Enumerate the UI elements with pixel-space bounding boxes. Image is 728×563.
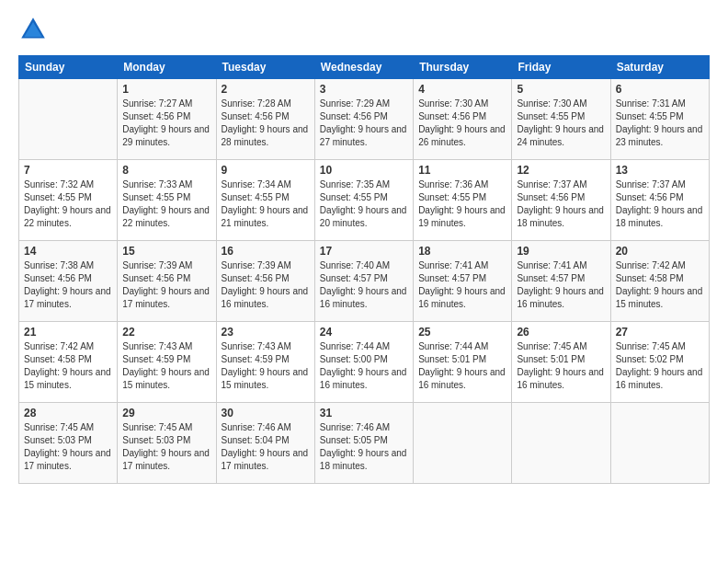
day-info: Sunrise: 7:42 AMSunset: 4:58 PMDaylight:… (24, 340, 112, 392)
day-cell: 18Sunrise: 7:41 AMSunset: 4:57 PMDayligh… (414, 241, 512, 322)
day-number: 28 (24, 407, 112, 419)
day-cell: 6Sunrise: 7:31 AMSunset: 4:55 PMDaylight… (610, 79, 709, 160)
week-row-2: 7Sunrise: 7:32 AMSunset: 4:55 PMDaylight… (19, 160, 710, 241)
day-number: 30 (222, 407, 310, 419)
day-info: Sunrise: 7:39 AMSunset: 4:56 PMDaylight:… (222, 259, 310, 311)
day-number: 18 (418, 245, 506, 258)
day-info: Sunrise: 7:34 AMSunset: 4:55 PMDaylight:… (222, 178, 310, 230)
day-number: 5 (517, 83, 605, 96)
day-info: Sunrise: 7:46 AMSunset: 5:05 PMDaylight:… (320, 421, 408, 473)
day-info: Sunrise: 7:39 AMSunset: 4:56 PMDaylight:… (122, 259, 210, 311)
day-info: Sunrise: 7:35 AMSunset: 4:55 PMDaylight:… (320, 178, 408, 230)
week-row-1: 1Sunrise: 7:27 AMSunset: 4:56 PMDaylight… (19, 79, 710, 160)
day-info: Sunrise: 7:43 AMSunset: 4:59 PMDaylight:… (222, 340, 310, 392)
day-number: 26 (517, 326, 605, 339)
day-cell: 14Sunrise: 7:38 AMSunset: 4:56 PMDayligh… (19, 241, 118, 322)
day-info: Sunrise: 7:44 AMSunset: 5:01 PMDaylight:… (418, 340, 506, 392)
day-cell: 26Sunrise: 7:45 AMSunset: 5:01 PMDayligh… (512, 322, 610, 403)
day-number: 10 (320, 164, 408, 177)
day-header-saturday: Saturday (610, 56, 709, 79)
day-cell: 19Sunrise: 7:41 AMSunset: 4:57 PMDayligh… (512, 241, 610, 322)
week-row-4: 21Sunrise: 7:42 AMSunset: 4:58 PMDayligh… (19, 322, 710, 403)
calendar: SundayMondayTuesdayWednesdayThursdayFrid… (18, 55, 710, 484)
day-header-tuesday: Tuesday (216, 56, 314, 79)
day-cell: 21Sunrise: 7:42 AMSunset: 4:58 PMDayligh… (19, 322, 118, 403)
day-number: 7 (24, 164, 112, 177)
day-info: Sunrise: 7:38 AMSunset: 4:56 PMDaylight:… (24, 259, 112, 311)
day-number: 25 (418, 326, 506, 339)
day-number: 11 (418, 164, 506, 177)
day-info: Sunrise: 7:27 AMSunset: 4:56 PMDaylight:… (122, 98, 210, 149)
day-info: Sunrise: 7:45 AMSunset: 5:03 PMDaylight:… (24, 421, 112, 473)
logo (18, 15, 51, 44)
header (18, 15, 710, 44)
day-number: 13 (616, 164, 704, 177)
day-number: 27 (616, 326, 704, 339)
day-info: Sunrise: 7:36 AMSunset: 4:55 PMDaylight:… (418, 178, 506, 230)
day-cell: 25Sunrise: 7:44 AMSunset: 5:01 PMDayligh… (414, 322, 512, 403)
day-cell: 7Sunrise: 7:32 AMSunset: 4:55 PMDaylight… (19, 160, 118, 241)
week-row-5: 28Sunrise: 7:45 AMSunset: 5:03 PMDayligh… (19, 403, 710, 484)
day-cell: 16Sunrise: 7:39 AMSunset: 4:56 PMDayligh… (216, 241, 314, 322)
day-info: Sunrise: 7:29 AMSunset: 4:56 PMDaylight:… (320, 98, 408, 149)
day-info: Sunrise: 7:30 AMSunset: 4:55 PMDaylight:… (517, 98, 605, 149)
day-cell: 29Sunrise: 7:45 AMSunset: 5:03 PMDayligh… (118, 403, 216, 484)
day-cell (414, 403, 512, 484)
day-cell (610, 403, 709, 484)
day-cell: 10Sunrise: 7:35 AMSunset: 4:55 PMDayligh… (314, 160, 413, 241)
day-number: 24 (320, 326, 408, 339)
calendar-body: 1Sunrise: 7:27 AMSunset: 4:56 PMDaylight… (19, 79, 710, 484)
day-info: Sunrise: 7:28 AMSunset: 4:56 PMDaylight:… (222, 98, 310, 149)
day-number: 1 (122, 83, 210, 96)
day-header-wednesday: Wednesday (314, 56, 413, 79)
day-number: 15 (122, 245, 210, 258)
logo-icon (18, 15, 48, 44)
day-info: Sunrise: 7:33 AMSunset: 4:55 PMDaylight:… (122, 178, 210, 230)
day-cell: 31Sunrise: 7:46 AMSunset: 5:05 PMDayligh… (314, 403, 413, 484)
page: SundayMondayTuesdayWednesdayThursdayFrid… (0, 0, 728, 563)
day-cell: 8Sunrise: 7:33 AMSunset: 4:55 PMDaylight… (118, 160, 216, 241)
day-number: 2 (222, 83, 310, 96)
day-cell: 12Sunrise: 7:37 AMSunset: 4:56 PMDayligh… (512, 160, 610, 241)
day-info: Sunrise: 7:45 AMSunset: 5:03 PMDaylight:… (122, 421, 210, 473)
day-number: 23 (222, 326, 310, 339)
day-cell: 24Sunrise: 7:44 AMSunset: 5:00 PMDayligh… (314, 322, 413, 403)
day-cell: 22Sunrise: 7:43 AMSunset: 4:59 PMDayligh… (118, 322, 216, 403)
day-cell: 23Sunrise: 7:43 AMSunset: 4:59 PMDayligh… (216, 322, 314, 403)
day-number: 21 (24, 326, 112, 339)
day-header-friday: Friday (512, 56, 610, 79)
day-cell: 15Sunrise: 7:39 AMSunset: 4:56 PMDayligh… (118, 241, 216, 322)
day-info: Sunrise: 7:37 AMSunset: 4:56 PMDaylight:… (616, 178, 704, 230)
day-info: Sunrise: 7:30 AMSunset: 4:56 PMDaylight:… (418, 98, 506, 149)
day-number: 9 (222, 164, 310, 177)
day-info: Sunrise: 7:43 AMSunset: 4:59 PMDaylight:… (122, 340, 210, 392)
day-info: Sunrise: 7:41 AMSunset: 4:57 PMDaylight:… (418, 259, 506, 311)
day-info: Sunrise: 7:41 AMSunset: 4:57 PMDaylight:… (517, 259, 605, 311)
day-info: Sunrise: 7:42 AMSunset: 4:58 PMDaylight:… (616, 259, 704, 311)
day-cell: 1Sunrise: 7:27 AMSunset: 4:56 PMDaylight… (118, 79, 216, 160)
day-number: 17 (320, 245, 408, 258)
day-number: 16 (222, 245, 310, 258)
day-cell: 4Sunrise: 7:30 AMSunset: 4:56 PMDaylight… (414, 79, 512, 160)
day-header-monday: Monday (118, 56, 216, 79)
day-cell: 3Sunrise: 7:29 AMSunset: 4:56 PMDaylight… (314, 79, 413, 160)
day-cell: 2Sunrise: 7:28 AMSunset: 4:56 PMDaylight… (216, 79, 314, 160)
day-number: 14 (24, 245, 112, 258)
day-cell: 9Sunrise: 7:34 AMSunset: 4:55 PMDaylight… (216, 160, 314, 241)
day-cell: 20Sunrise: 7:42 AMSunset: 4:58 PMDayligh… (610, 241, 709, 322)
day-info: Sunrise: 7:45 AMSunset: 5:02 PMDaylight:… (616, 340, 704, 392)
day-info: Sunrise: 7:45 AMSunset: 5:01 PMDaylight:… (517, 340, 605, 392)
day-info: Sunrise: 7:31 AMSunset: 4:55 PMDaylight:… (616, 98, 704, 149)
day-number: 22 (122, 326, 210, 339)
day-info: Sunrise: 7:40 AMSunset: 4:57 PMDaylight:… (320, 259, 408, 311)
day-info: Sunrise: 7:46 AMSunset: 5:04 PMDaylight:… (222, 421, 310, 473)
day-info: Sunrise: 7:37 AMSunset: 4:56 PMDaylight:… (517, 178, 605, 230)
day-cell: 13Sunrise: 7:37 AMSunset: 4:56 PMDayligh… (610, 160, 709, 241)
day-number: 19 (517, 245, 605, 258)
day-cell: 27Sunrise: 7:45 AMSunset: 5:02 PMDayligh… (610, 322, 709, 403)
day-number: 29 (122, 407, 210, 419)
day-number: 12 (517, 164, 605, 177)
week-row-3: 14Sunrise: 7:38 AMSunset: 4:56 PMDayligh… (19, 241, 710, 322)
day-cell (19, 79, 118, 160)
day-number: 20 (616, 245, 704, 258)
